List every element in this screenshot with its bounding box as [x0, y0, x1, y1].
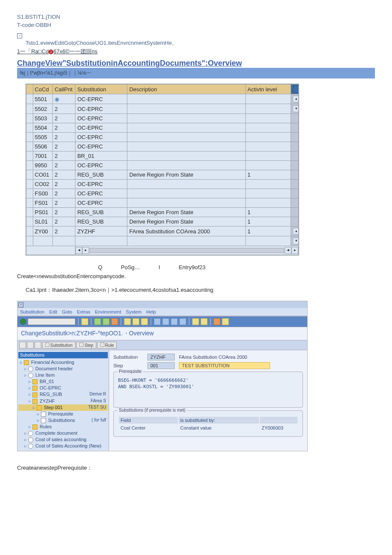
cell-activation[interactable]: 1	[245, 227, 291, 236]
row-selector[interactable]	[26, 94, 33, 104]
cell-cocd[interactable]: 5506	[33, 142, 53, 151]
cell-cocd[interactable]: CO01	[33, 170, 53, 180]
table-row[interactable]: CO012REG_SUBDerive Region From State1	[26, 170, 299, 180]
row-selector[interactable]	[26, 142, 33, 151]
row-selector[interactable]	[26, 123, 33, 133]
table-row[interactable]: SL012REG_SUBDerive Region From State1	[26, 217, 299, 227]
cell-description[interactable]	[127, 142, 245, 151]
expand-icon[interactable]: ▹	[37, 418, 41, 423]
cell-cocd[interactable]: FS01	[33, 198, 53, 208]
vscroll-cell[interactable]	[291, 170, 299, 180]
cell-callpnt[interactable]: 2	[53, 133, 75, 142]
cell-substitution[interactable]: OC-EPRC	[75, 180, 127, 189]
table-row[interactable]: 55062OC-EPRC	[26, 142, 299, 151]
cell-activation[interactable]	[245, 114, 291, 123]
cell-callpnt[interactable]: 2	[53, 114, 75, 123]
cell-description[interactable]: Derive Region From State	[127, 208, 245, 217]
table-row[interactable]: 70012BR_01	[26, 151, 299, 161]
cell-callpnt[interactable]: 2	[53, 227, 75, 236]
layout-icon[interactable]	[222, 318, 229, 325]
cell-substitution[interactable]: REG_SUB	[75, 170, 127, 180]
expand-icon[interactable]: ▹	[24, 366, 28, 371]
col-callpnt[interactable]: CallPnt	[53, 84, 75, 94]
tree-item[interactable]: ▹ ZYZHFFArea S	[18, 398, 108, 404]
cell-description[interactable]: FArea Substitution COArea 2000	[127, 227, 245, 236]
cell-callpnt[interactable]: 2	[53, 198, 75, 208]
tab-rule[interactable]: Rule	[97, 342, 117, 349]
cell-cocd[interactable]: 5504	[33, 123, 53, 133]
table-row[interactable]: ZY002ZYZHFFArea Substitution COArea 2000…	[26, 227, 299, 236]
cell-callpnt[interactable]: 2	[53, 208, 75, 217]
wizard-icon[interactable]	[19, 342, 26, 349]
scroll-down-icon[interactable]: ▾	[293, 238, 298, 244]
vscroll-cell[interactable]	[291, 180, 299, 189]
cell-substitution[interactable]: OC-EPRC	[75, 189, 127, 198]
expand-icon[interactable]: ▹	[20, 360, 24, 365]
col-activation[interactable]: Activtn level	[245, 84, 291, 94]
tree-item[interactable]: ▹ Prerequisite	[18, 411, 108, 417]
cell-callpnt[interactable]: ◉	[53, 94, 75, 104]
field-desc-step[interactable]: TEST SUBSTITUTION	[179, 362, 270, 369]
scroll-up-icon[interactable]: ▴	[293, 96, 298, 102]
back-icon[interactable]	[94, 318, 101, 325]
cell-cocd[interactable]: 5502	[33, 104, 53, 114]
table-row[interactable]: 55032OC-EPRC	[26, 114, 299, 123]
menu-help[interactable]: Help	[146, 309, 156, 314]
cell-callpnt[interactable]: 2	[53, 217, 75, 227]
table-row[interactable]: PS012REG_SUBDerive Region From State1	[26, 208, 299, 217]
cell-activation[interactable]: 1	[245, 217, 291, 227]
findnext-icon[interactable]	[141, 318, 148, 325]
scroll-up2-icon[interactable]: ▴	[293, 228, 298, 235]
cell-cocd[interactable]: PS01	[33, 208, 53, 217]
cell-substitution[interactable]: OC-EPRC	[75, 123, 127, 133]
expand-icon[interactable]: ▹	[29, 385, 32, 390]
vscroll-cell[interactable]	[291, 142, 299, 151]
row-selector[interactable]	[26, 198, 33, 208]
cell-description[interactable]	[127, 161, 245, 170]
tree-item[interactable]: ▹ Financial Accounting	[18, 359, 108, 366]
cell-callpnt[interactable]	[53, 236, 75, 246]
table-row[interactable]: 55022OC-EPRC▾	[26, 104, 299, 114]
cell-description[interactable]	[127, 189, 245, 198]
new-session-icon[interactable]	[192, 318, 199, 325]
cell-substitution[interactable]: REG_SUB	[75, 208, 127, 217]
command-field[interactable]	[28, 318, 75, 325]
cell-description[interactable]	[127, 94, 245, 104]
cell-substitution[interactable]: OC-EPRC	[75, 161, 127, 170]
tree-item[interactable]: ▹ BR_01	[18, 378, 108, 385]
cell-activation[interactable]: 1	[245, 208, 291, 217]
cell-cocd[interactable]: CO02	[33, 180, 53, 189]
row-selector[interactable]	[26, 189, 33, 198]
hscroll-right2-icon[interactable]: ▸	[291, 247, 298, 254]
menu-extras[interactable]: Extras	[77, 309, 90, 314]
row-selector[interactable]	[26, 208, 33, 217]
cell-cocd[interactable]: ZY00	[33, 227, 53, 236]
cell-callpnt[interactable]: 2	[53, 151, 75, 161]
hscroll-right-icon[interactable]: ◄	[285, 247, 291, 254]
cell-cocd[interactable]: 5503	[33, 114, 53, 123]
table-row[interactable]: 5501◉OC-EPRC▴	[26, 94, 299, 104]
cell-substitution[interactable]: OC-EPRC	[75, 104, 127, 114]
tree-item[interactable]: ▹ Cost of sales accounting	[18, 436, 108, 443]
cell-cocd[interactable]: 5501	[33, 94, 53, 104]
expand-icon[interactable]: ▹	[24, 437, 28, 442]
menu-edit[interactable]: Edit	[49, 309, 58, 314]
next-page-icon[interactable]	[171, 318, 178, 325]
cell-activation[interactable]	[245, 133, 291, 142]
tab-substitution[interactable]: Substitution	[42, 342, 75, 349]
cell-substitution[interactable]: BR_01	[75, 151, 127, 161]
table-settings-button[interactable]	[291, 84, 299, 94]
vscroll-cell[interactable]	[291, 161, 299, 170]
tree-item[interactable]: ▹ Line Item	[18, 372, 108, 378]
cell-cocd[interactable]: SL01	[33, 217, 53, 227]
field-val-step[interactable]: 001	[147, 362, 175, 369]
cell-cocd[interactable]: 7001	[33, 151, 53, 161]
cell-substitution[interactable]: OC-EPRC	[75, 142, 127, 151]
row-selector[interactable]	[26, 236, 33, 246]
scroll-dropdown-icon[interactable]: ▾	[293, 105, 298, 112]
table-row[interactable]: 55042OC-EPRC	[26, 123, 299, 133]
field-val-substitution[interactable]: ZYZHF	[147, 354, 175, 360]
cancel-icon[interactable]	[111, 318, 118, 325]
expand-icon[interactable]: ▹	[29, 379, 32, 384]
table-row[interactable]: ▾	[26, 236, 299, 246]
